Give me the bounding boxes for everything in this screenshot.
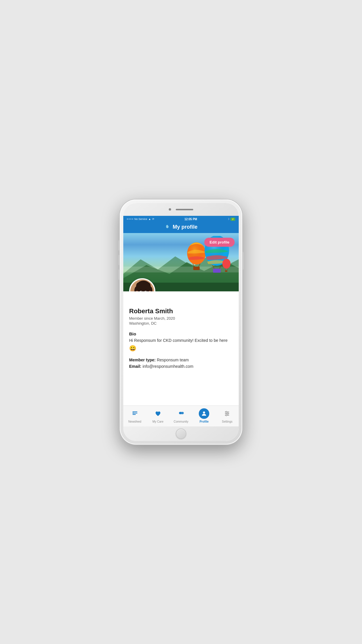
newsfeed-label: Newsfeed (128, 420, 141, 423)
edit-profile-button[interactable]: Edit profile (204, 238, 235, 247)
newsfeed-icon-wrap (130, 408, 140, 419)
svg-rect-9 (193, 267, 200, 270)
email-label: Email: (129, 364, 141, 369)
bio-text: Hi Responsum for CKD community! Excited … (129, 337, 233, 344)
settings-label: Settings (222, 420, 232, 423)
community-icon (178, 410, 184, 417)
status-bar: No Service ▲ ⟳ 12:05 PM ☽ ⚡ (123, 216, 239, 222)
status-time: 12:05 PM (184, 218, 197, 221)
hardware-bottom (123, 426, 239, 441)
moon-icon: ☽ (227, 218, 229, 220)
profile-icon-wrap (199, 408, 209, 419)
front-camera (169, 208, 171, 211)
community-label: Community (174, 420, 189, 423)
app-logo (164, 224, 170, 230)
wifi-icon: ▲ (148, 218, 151, 220)
nav-item-profile[interactable]: Profile (193, 408, 216, 423)
nav-item-mycare[interactable]: My Care (146, 408, 169, 423)
svg-point-44 (203, 412, 205, 414)
svg-rect-39 (132, 414, 136, 415)
phone-screen: No Service ▲ ⟳ 12:05 PM ☽ ⚡ (123, 203, 239, 441)
signal-dots (127, 218, 133, 220)
hardware-top (123, 203, 239, 216)
signal-dot (130, 218, 131, 220)
nav-item-community[interactable]: Community (169, 408, 192, 423)
screen: No Service ▲ ⟳ 12:05 PM ☽ ⚡ (123, 216, 239, 426)
svg-point-48 (226, 411, 227, 413)
profile-icon (201, 410, 207, 417)
newsfeed-icon (132, 410, 138, 417)
bio-label: Bio (129, 331, 233, 336)
svg-line-12 (212, 265, 214, 269)
community-icon-wrap (176, 408, 186, 419)
svg-point-26 (145, 282, 151, 289)
email-row: Email: info@responsumhealth.com (129, 364, 233, 369)
settings-icon-wrap (222, 408, 232, 419)
home-button[interactable] (176, 428, 186, 439)
signal-dot (129, 218, 130, 220)
cover-photo: Edit profile (123, 233, 239, 291)
speaker (176, 209, 193, 210)
svg-line-13 (219, 265, 221, 269)
profile-label: Profile (200, 420, 209, 423)
phone-frame: No Service ▲ ⟳ 12:05 PM ☽ ⚡ (120, 200, 242, 444)
member-type-value: Responsum team (157, 358, 189, 362)
svg-rect-18 (225, 270, 227, 272)
signal-dot (132, 218, 133, 220)
mycare-icon-wrap (153, 408, 163, 419)
settings-icon (224, 410, 230, 417)
svg-point-15 (222, 259, 231, 269)
bio-section: Bio Hi Responsum for CKD community! Exci… (129, 331, 233, 352)
user-name: Roberta Smith (129, 307, 233, 315)
data-icon: ⟳ (152, 218, 154, 220)
main-content: Edit profile (123, 233, 239, 405)
mycare-icon (155, 410, 161, 417)
battery-icon: ⚡ (231, 218, 234, 220)
svg-line-16 (225, 269, 226, 270)
bottom-nav: Newsfeed My Care (123, 405, 239, 426)
member-since: Member since March, 2020 (129, 316, 233, 321)
member-type-row: Member type: Responsum team (129, 358, 233, 362)
svg-rect-14 (213, 269, 221, 273)
meta-section: Member type: Responsum team Email: info@… (129, 358, 233, 369)
nav-item-newsfeed[interactable]: Newsfeed (123, 408, 146, 423)
signal-dot (127, 218, 128, 220)
email-value: info@responsumhealth.com (143, 364, 194, 369)
svg-point-50 (226, 414, 227, 416)
app-header: My profile (123, 222, 239, 233)
bio-emoji: 😀 (129, 345, 233, 352)
battery-indicator: ⚡ (231, 218, 235, 221)
location: Washington, DC (129, 321, 233, 326)
status-right: ☽ ⚡ (227, 218, 235, 221)
svg-rect-40 (132, 412, 133, 414)
status-left: No Service ▲ ⟳ (127, 218, 154, 220)
nav-item-settings[interactable]: Settings (216, 408, 239, 423)
header-title: My profile (173, 224, 197, 230)
mycare-label: My Care (152, 420, 164, 423)
signal-label: No Service (134, 218, 147, 220)
svg-point-49 (227, 413, 229, 414)
member-type-label: Member type: (129, 358, 156, 362)
svg-point-25 (136, 282, 142, 289)
svg-line-17 (227, 269, 228, 270)
profile-info: Roberta Smith Member since March, 2020 W… (123, 291, 239, 376)
svg-point-43 (180, 412, 182, 414)
